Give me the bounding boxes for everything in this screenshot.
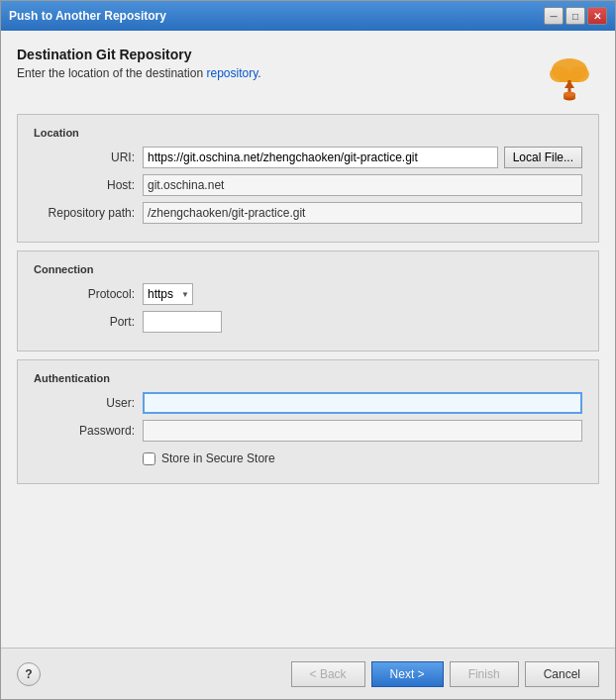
maximize-button[interactable]: □ <box>565 7 585 25</box>
gap2 <box>17 351 599 359</box>
desc-text: Enter the location of the destination <box>17 66 206 80</box>
host-input <box>143 174 582 196</box>
header-text: Destination Git Repository Enter the loc… <box>17 47 540 80</box>
host-label: Host: <box>34 178 143 192</box>
protocol-row: Protocol: https http git ssh <box>34 283 582 305</box>
host-row: Host: <box>34 174 582 196</box>
location-section: Location URI: Local File... Host: Reposi… <box>17 114 599 243</box>
protocol-select-wrapper: https http git ssh <box>143 283 193 305</box>
repo-path-label: Repository path: <box>34 206 143 220</box>
connection-section: Connection Protocol: https http git ssh … <box>17 250 599 351</box>
authentication-section: Authentication User: Password: Store in … <box>17 359 599 484</box>
page-title: Destination Git Repository <box>17 47 540 62</box>
window-title: Push to Another Repository <box>9 9 544 23</box>
password-row: Password: <box>34 420 582 442</box>
repo-path-input <box>143 202 582 224</box>
cloud-upload-icon <box>546 50 593 102</box>
uri-label: URI: <box>34 150 143 164</box>
store-label: Store in Secure Store <box>161 451 275 465</box>
title-bar-controls: ─ □ ✕ <box>544 7 607 25</box>
gap1 <box>17 243 599 250</box>
repository-link[interactable]: repository <box>206 66 257 80</box>
port-row: Port: <box>34 311 582 333</box>
location-section-label: Location <box>34 127 582 139</box>
password-label: Password: <box>34 424 143 438</box>
main-window: Push to Another Repository ─ □ ✕ Destina… <box>0 0 616 700</box>
auth-section-label: Authentication <box>34 372 582 384</box>
store-checkbox[interactable] <box>143 452 155 465</box>
port-input[interactable] <box>143 311 222 333</box>
user-label: User: <box>34 396 143 410</box>
local-file-button[interactable]: Local File... <box>504 147 582 168</box>
desc-end: . <box>257 66 260 80</box>
store-row: Store in Secure Store <box>34 448 582 465</box>
dialog-content: Destination Git Repository Enter the loc… <box>1 31 615 648</box>
protocol-select[interactable]: https http git ssh <box>143 283 193 305</box>
user-input[interactable] <box>143 392 582 414</box>
uri-input[interactable] <box>143 147 498 168</box>
store-checkbox-row: Store in Secure Store <box>143 451 275 465</box>
minimize-button[interactable]: ─ <box>544 7 564 25</box>
repo-path-row: Repository path: <box>34 202 582 224</box>
bottom-bar: ? < Back Next > Finish Cancel <box>1 648 615 699</box>
finish-button[interactable]: Finish <box>450 661 519 687</box>
uri-row: URI: Local File... <box>34 147 582 168</box>
svg-point-8 <box>564 92 575 97</box>
connection-section-label: Connection <box>34 263 582 275</box>
nav-buttons: < Back Next > Finish Cancel <box>291 661 599 687</box>
back-button[interactable]: < Back <box>291 661 365 687</box>
help-button[interactable]: ? <box>17 662 41 686</box>
content-spacer <box>17 484 599 632</box>
cancel-button[interactable]: Cancel <box>525 661 599 687</box>
close-button[interactable]: ✕ <box>587 7 607 25</box>
password-input[interactable] <box>143 420 582 442</box>
page-description: Enter the location of the destination re… <box>17 66 540 80</box>
protocol-label: Protocol: <box>34 287 143 301</box>
port-label: Port: <box>34 315 143 329</box>
icon-area <box>540 47 599 102</box>
next-button[interactable]: Next > <box>371 661 444 687</box>
header-row: Destination Git Repository Enter the loc… <box>17 47 599 102</box>
title-bar: Push to Another Repository ─ □ ✕ <box>1 1 615 31</box>
user-row: User: <box>34 392 582 414</box>
uri-input-row: Local File... <box>143 147 582 168</box>
